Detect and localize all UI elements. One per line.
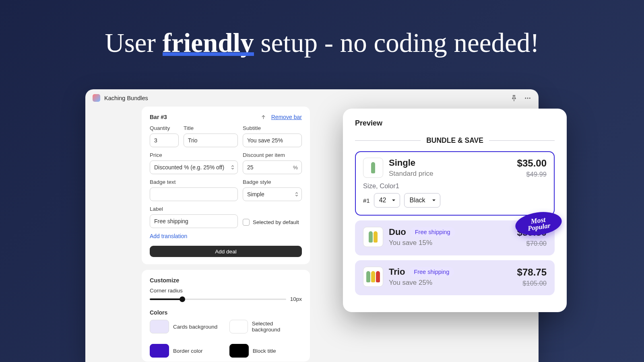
- chevron-down-icon: [432, 198, 436, 202]
- arrow-up-icon[interactable]: [260, 114, 266, 120]
- corner-radius-value: 10px: [290, 296, 302, 302]
- customize-panel: Customize Corner radius 10px Colors Card…: [142, 270, 310, 362]
- swatch-border-color[interactable]: [150, 344, 169, 358]
- chevron-down-icon: [392, 198, 396, 202]
- label-input[interactable]: [150, 214, 238, 228]
- subtitle-label: Subtitle: [243, 125, 302, 131]
- app-name: Kaching Bundles: [104, 95, 148, 101]
- discount-unit: %: [293, 165, 298, 171]
- swatch-cards-background[interactable]: [150, 320, 169, 333]
- bar-title: Bar #3: [150, 114, 260, 120]
- discount-label: Discount per item: [243, 152, 302, 158]
- quantity-label: Quantity: [150, 125, 179, 131]
- preview-panel: Preview BUNDLE & SAVE Single Standard pr…: [343, 109, 567, 312]
- quantity-input[interactable]: [150, 134, 179, 147]
- more-icon[interactable]: [524, 95, 531, 102]
- customize-title: Customize: [150, 277, 302, 284]
- free-shipping-tag: Free shipping: [410, 227, 455, 237]
- variant-label: Size, Color1: [363, 182, 547, 190]
- add-translation-link[interactable]: Add translation: [150, 233, 302, 239]
- colors-grid: Cards background Selected background Bor…: [150, 320, 302, 358]
- add-deal-button[interactable]: Add deal: [150, 246, 302, 257]
- remove-bar-link[interactable]: Remove bar: [271, 114, 302, 120]
- variant-size-select[interactable]: 42: [374, 193, 400, 208]
- old-price: $49.99: [517, 171, 547, 178]
- svg-point-2: [529, 97, 530, 99]
- badge-text-label: Badge text: [150, 179, 238, 185]
- bar-config-panel: Bar #3 Remove bar Quantity Title Subtitl…: [142, 107, 310, 264]
- product-thumb: [363, 227, 383, 247]
- app-logo: [93, 94, 100, 102]
- svg-point-1: [527, 97, 528, 99]
- free-shipping-tag: Free shipping: [409, 267, 454, 277]
- variant-index: #1: [363, 197, 370, 204]
- bundle-card-trio[interactable]: Trio Free shipping You save 25% $78.75 $…: [355, 260, 555, 295]
- bundle-card-single[interactable]: Single Standard price $35.00 $49.99 Size…: [355, 151, 555, 216]
- corner-radius-slider[interactable]: [150, 298, 286, 300]
- app-title-bar: Kaching Bundles: [85, 89, 539, 107]
- swatch-block-title[interactable]: [229, 344, 249, 358]
- title-label: Title: [184, 125, 238, 131]
- selected-default-checkbox[interactable]: [243, 219, 250, 226]
- variant-color-select[interactable]: Black: [404, 193, 440, 208]
- product-thumb: [363, 267, 383, 287]
- title-input[interactable]: [184, 134, 238, 147]
- bundle-header: BUNDLE & SAVE: [355, 136, 555, 145]
- svg-point-0: [525, 97, 526, 99]
- price-label: Price: [150, 152, 238, 158]
- badge-text-input[interactable]: [150, 187, 238, 201]
- price: $35.00: [517, 158, 547, 169]
- page-headline: User friendly setup - no coding needed!: [0, 0, 644, 58]
- product-thumb: [363, 158, 383, 178]
- chevron-updown-icon: [231, 165, 235, 170]
- pin-icon[interactable]: [510, 95, 518, 102]
- price-select[interactable]: [150, 160, 238, 174]
- swatch-selected-background[interactable]: [229, 320, 248, 333]
- corner-radius-label: Corner radius: [150, 288, 302, 294]
- badge-style-label: Badge style: [243, 179, 302, 185]
- subtitle-input[interactable]: [243, 134, 302, 147]
- colors-title: Colors: [150, 309, 302, 316]
- selected-default-label: Selected by default: [253, 219, 299, 225]
- chevron-updown-icon: [295, 191, 299, 197]
- label-label: Label: [150, 206, 238, 212]
- preview-title: Preview: [355, 119, 555, 128]
- badge-style-select[interactable]: [243, 187, 302, 201]
- bundle-card-duo[interactable]: MostPopular Duo Free shipping You save 1…: [355, 220, 555, 255]
